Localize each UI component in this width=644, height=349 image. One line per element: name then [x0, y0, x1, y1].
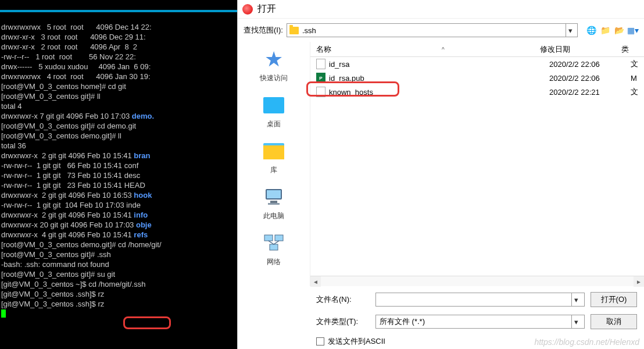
- publisher-file-icon: P: [316, 73, 325, 83]
- file-icon: [316, 87, 325, 97]
- column-date[interactable]: 修改日期: [540, 44, 621, 55]
- file-type: 文: [631, 59, 638, 69]
- filename-input[interactable]: ▾: [375, 293, 585, 307]
- scroll-right-icon[interactable]: ►: [634, 276, 644, 287]
- sidebar-item-quickaccess[interactable]: ★ 快速访问: [238, 48, 310, 83]
- terminal-pane[interactable]: drwxrwxrwx 5 root root 4096 Dec 14 22: d…: [0, 0, 237, 349]
- file-type: M: [631, 74, 637, 83]
- lookin-combobox[interactable]: .ssh ▾: [287, 23, 578, 37]
- svg-line-7: [269, 241, 274, 244]
- lookin-row: 查找范围(I): .ssh ▾ 🌐 📁 📂 ▦▾: [238, 19, 644, 42]
- filetype-label: 文件类型(T):: [316, 316, 370, 327]
- dialog-titlebar[interactable]: 打开: [238, 0, 644, 19]
- svg-rect-2: [270, 201, 277, 203]
- svg-rect-5: [275, 235, 283, 241]
- file-icon: [316, 59, 325, 69]
- pc-icon: [260, 186, 288, 209]
- svg-rect-6: [270, 244, 278, 250]
- svg-line-8: [274, 241, 279, 244]
- terminal-content: drwxrwxrwx 5 root root 4096 Dec 14 22: d…: [1, 22, 236, 319]
- view-menu-icon[interactable]: ▦▾: [628, 25, 638, 35]
- lookin-value: .ssh: [302, 26, 316, 35]
- filetype-combobox[interactable]: 所有文件 (*.*) ▾: [375, 315, 585, 329]
- back-icon[interactable]: 🌐: [586, 25, 596, 35]
- dialog-body: ★ 快速访问 桌面 库 此电脑 网络: [238, 42, 644, 286]
- file-row[interactable]: id_rsa2020/2/2 22:06文: [310, 57, 644, 71]
- desktop-icon: [260, 94, 288, 117]
- filename-label: 文件名(N):: [316, 294, 370, 305]
- file-name: known_hosts: [329, 88, 549, 97]
- chevron-down-icon[interactable]: ▾: [571, 315, 581, 328]
- network-icon: [260, 232, 288, 255]
- file-open-dialog: 打开 查找范围(I): .ssh ▾ 🌐 📁 📂 ▦▾ ★ 快速访问 桌面: [237, 0, 644, 349]
- column-name[interactable]: 名称^: [316, 44, 540, 55]
- file-date: 2020/2/2 22:06: [549, 74, 631, 83]
- scroll-left-icon[interactable]: ◄: [310, 276, 321, 287]
- file-row[interactable]: known_hosts2020/2/2 22:21文: [310, 85, 644, 99]
- ascii-checkbox-label: 发送文件到ASCII: [328, 336, 385, 347]
- chevron-down-icon[interactable]: ▾: [566, 24, 575, 37]
- horizontal-scrollbar[interactable]: ◄ ►: [310, 276, 644, 286]
- new-folder-icon[interactable]: 📂: [614, 25, 624, 35]
- up-icon[interactable]: 📁: [600, 25, 610, 35]
- file-list[interactable]: 名称^ 修改日期 类 id_rsa2020/2/2 22:06文Pid_rsa.…: [310, 42, 644, 286]
- checkbox-icon[interactable]: [316, 337, 324, 346]
- sort-asc-icon: ^: [442, 47, 445, 53]
- watermark: https://blog.csdn.net/Helenxd: [534, 337, 639, 347]
- chevron-down-icon[interactable]: ▾: [571, 293, 581, 306]
- svg-rect-1: [267, 190, 281, 198]
- open-button[interactable]: 打开(O): [591, 292, 637, 307]
- file-name: id_rsa: [329, 60, 549, 69]
- svg-rect-4: [264, 235, 273, 241]
- lookin-label: 查找范围(I):: [244, 25, 283, 35]
- column-type[interactable]: 类: [621, 44, 629, 55]
- list-header[interactable]: 名称^ 修改日期 类: [310, 42, 644, 57]
- file-row[interactable]: Pid_rsa.pub2020/2/2 22:06M: [310, 71, 644, 85]
- terminal-topbar: [0, 10, 237, 12]
- app-icon: [242, 4, 253, 15]
- sidebar-item-network[interactable]: 网络: [238, 232, 310, 267]
- dialog-bottom: 文件名(N): ▾ 打开(O) 文件类型(T): 所有文件 (*.*) ▾ 取消: [238, 286, 644, 329]
- dialog-title: 打开: [257, 3, 276, 15]
- cancel-button[interactable]: 取消: [591, 314, 637, 329]
- folder-icon: [289, 27, 299, 34]
- sidebar-item-thispc[interactable]: 此电脑: [238, 186, 310, 221]
- library-icon: [260, 140, 288, 163]
- star-icon: ★: [260, 48, 288, 71]
- sidebar-item-desktop[interactable]: 桌面: [238, 94, 310, 129]
- lookin-toolbar: 🌐 📁 📂 ▦▾: [586, 25, 638, 35]
- file-type: 文: [631, 87, 638, 97]
- file-date: 2020/2/2 22:21: [549, 88, 631, 97]
- places-sidebar: ★ 快速访问 桌面 库 此电脑 网络: [238, 42, 310, 286]
- svg-rect-3: [268, 203, 280, 205]
- sidebar-item-libraries[interactable]: 库: [238, 140, 310, 175]
- scroll-track[interactable]: [321, 276, 634, 286]
- file-name: id_rsa.pub: [329, 74, 549, 83]
- file-date: 2020/2/2 22:06: [549, 60, 631, 69]
